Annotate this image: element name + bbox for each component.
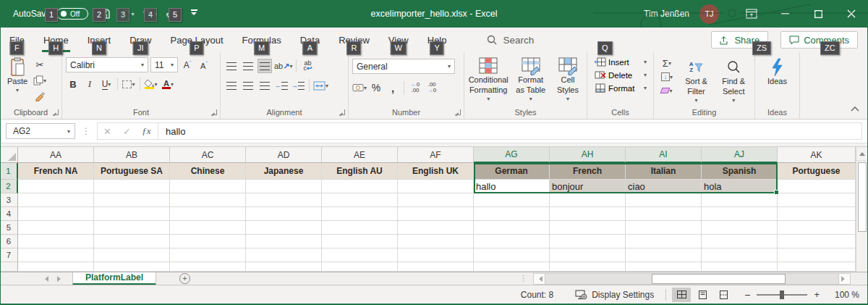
cell[interactable] bbox=[322, 248, 398, 262]
fill-color-dropdown-icon[interactable]: ▾ bbox=[154, 81, 157, 88]
minimize-button[interactable] bbox=[768, 0, 801, 28]
column-header[interactable]: AH bbox=[550, 147, 626, 163]
cell[interactable]: Chinese bbox=[170, 163, 246, 180]
delete-cells-button[interactable]: Delete bbox=[608, 71, 632, 80]
borders-dropdown-icon[interactable]: ▾ bbox=[132, 81, 135, 88]
cell[interactable] bbox=[778, 207, 856, 221]
cell[interactable]: German bbox=[474, 163, 550, 180]
column-header[interactable]: AJ bbox=[702, 147, 778, 163]
clear-button[interactable]: ▾ bbox=[656, 85, 678, 96]
cell[interactable] bbox=[474, 193, 550, 207]
cell[interactable] bbox=[778, 248, 856, 262]
format-as-table-dropdown-icon[interactable]: ▾ bbox=[529, 96, 532, 103]
cancel-button[interactable]: ✕ bbox=[98, 126, 117, 137]
horizontal-scrollbar-thumb[interactable] bbox=[652, 274, 786, 284]
cell[interactable] bbox=[170, 193, 246, 207]
row-header[interactable]: 2 bbox=[0, 180, 18, 193]
conditional-formatting-dropdown-icon[interactable]: ▾ bbox=[487, 96, 490, 103]
scroll-up-button[interactable] bbox=[856, 147, 868, 161]
font-dialog-launcher-icon[interactable] bbox=[211, 109, 217, 115]
cell[interactable] bbox=[778, 221, 856, 235]
cell[interactable] bbox=[550, 235, 626, 248]
cell[interactable] bbox=[246, 262, 322, 272]
cell[interactable] bbox=[18, 262, 94, 272]
tab-strip-splitter[interactable]: ⋮ bbox=[519, 274, 527, 283]
find-select-button[interactable]: Find & Select▾ bbox=[715, 56, 752, 106]
cut-button[interactable]: ✂ bbox=[33, 57, 47, 72]
cell[interactable]: French NA bbox=[18, 163, 94, 180]
select-all-corner[interactable] bbox=[0, 147, 18, 163]
copy-dropdown-icon[interactable]: ▾ bbox=[43, 78, 46, 84]
increase-decimal-button[interactable]: ←0.00 bbox=[408, 80, 422, 95]
formula-input[interactable]: hallo bbox=[160, 126, 185, 137]
tab-help[interactable]: HelpY bbox=[418, 28, 456, 52]
comments-button[interactable]: Comments bbox=[780, 31, 858, 49]
delete-dropdown-icon[interactable]: ▾ bbox=[644, 72, 647, 78]
cell[interactable] bbox=[550, 248, 626, 262]
increase-font-size-button[interactable]: Aˆ bbox=[180, 58, 195, 72]
scroll-right-button[interactable] bbox=[838, 273, 851, 285]
cell[interactable]: French bbox=[550, 163, 626, 180]
format-as-table-button[interactable]: Format as Table▾ bbox=[511, 56, 550, 106]
conditional-formatting-button[interactable]: Conditional Formatting▾ bbox=[467, 56, 510, 106]
column-header[interactable]: AA bbox=[18, 147, 94, 163]
cell[interactable] bbox=[246, 207, 322, 221]
cell[interactable] bbox=[170, 180, 246, 193]
merge-center-dropdown-icon[interactable]: ▾ bbox=[326, 83, 328, 89]
increase-indent-button[interactable]: → bbox=[291, 78, 305, 93]
cell[interactable] bbox=[322, 207, 398, 221]
cell[interactable] bbox=[778, 235, 856, 248]
cell[interactable] bbox=[18, 193, 94, 207]
cell[interactable] bbox=[322, 235, 398, 248]
cell[interactable] bbox=[246, 180, 322, 193]
zoom-out-button[interactable]: − bbox=[744, 289, 750, 301]
font-color-button[interactable]: A▾ bbox=[161, 77, 175, 91]
alignment-dialog-launcher-icon[interactable] bbox=[339, 109, 345, 115]
column-header[interactable]: AB bbox=[94, 147, 170, 163]
cell[interactable] bbox=[94, 193, 170, 207]
cell[interactable]: ciao bbox=[626, 180, 702, 193]
cell[interactable] bbox=[18, 248, 94, 262]
view-page-break-button[interactable] bbox=[714, 288, 733, 302]
column-header[interactable]: AC bbox=[170, 147, 246, 163]
name-box[interactable]: AG2▾ bbox=[6, 123, 75, 139]
italic-button[interactable]: I bbox=[82, 77, 97, 91]
format-cells-button[interactable]: Format bbox=[608, 84, 634, 93]
comma-style-button[interactable]: , bbox=[386, 80, 400, 95]
zoom-slider-thumb[interactable] bbox=[780, 291, 784, 299]
cell[interactable]: English UK bbox=[398, 163, 474, 180]
clipboard-dialog-launcher-icon[interactable] bbox=[53, 109, 59, 115]
tab-file[interactable]: FileF bbox=[0, 28, 34, 52]
cell[interactable] bbox=[626, 248, 702, 262]
cell[interactable] bbox=[170, 248, 246, 262]
cell[interactable] bbox=[702, 235, 778, 248]
find-select-dropdown-icon[interactable]: ▾ bbox=[732, 97, 735, 104]
column-header[interactable]: AG bbox=[474, 147, 550, 163]
decrease-decimal-button[interactable]: .00→0 bbox=[425, 80, 439, 95]
cell[interactable] bbox=[626, 235, 702, 248]
align-top-button[interactable] bbox=[224, 59, 239, 73]
sheet-nav-right-icon[interactable] bbox=[57, 276, 64, 282]
cell-styles-dropdown-icon[interactable]: ▾ bbox=[566, 96, 569, 103]
merge-center-button[interactable]: ▾ bbox=[313, 78, 328, 93]
cell[interactable] bbox=[398, 248, 474, 262]
cell[interactable] bbox=[322, 221, 398, 235]
cell[interactable]: Portuguese SA bbox=[94, 163, 170, 180]
view-page-layout-button[interactable] bbox=[693, 288, 712, 302]
zoom-slider[interactable] bbox=[757, 294, 807, 296]
align-right-button[interactable] bbox=[258, 78, 272, 93]
orientation-dropdown-icon[interactable]: ▾ bbox=[289, 63, 292, 70]
row-header[interactable]: 4 bbox=[0, 207, 18, 221]
fill-color-button[interactable]: ▾ bbox=[144, 77, 158, 91]
font-family-select[interactable]: Calibri▾ bbox=[66, 57, 148, 72]
cell[interactable] bbox=[626, 262, 702, 272]
fill-button[interactable]: ↓▾ bbox=[656, 71, 678, 83]
cell[interactable] bbox=[170, 262, 246, 272]
row-header[interactable] bbox=[0, 262, 18, 272]
cell[interactable] bbox=[702, 248, 778, 262]
cell[interactable] bbox=[246, 248, 322, 262]
cell[interactable]: bonjour bbox=[550, 180, 626, 193]
cell[interactable] bbox=[398, 235, 474, 248]
cell[interactable]: English AU bbox=[322, 163, 398, 180]
enter-button[interactable]: ✓ bbox=[117, 126, 137, 137]
